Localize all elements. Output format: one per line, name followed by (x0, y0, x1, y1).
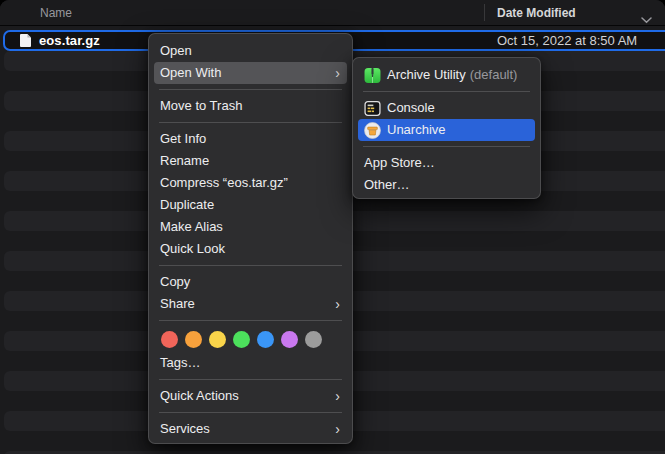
submenu-item-label: Other… (364, 174, 410, 196)
submenu-item-unarchive[interactable]: Unarchive (358, 119, 535, 141)
menu-item-label: Compress “eos.tar.gz” (160, 172, 288, 194)
tag-color-dot-6[interactable] (305, 331, 322, 348)
column-header-name[interactable]: Name (40, 6, 72, 20)
menu-item-rename[interactable]: Rename (154, 150, 347, 172)
open-with-submenu: Archive Utility (default) Console U (352, 57, 541, 199)
column-divider[interactable] (484, 4, 485, 21)
menu-item-label: Open With (160, 62, 221, 84)
menu-item-label: Make Alias (160, 216, 223, 238)
menu-item-duplicate[interactable]: Duplicate (154, 194, 347, 216)
menu-separator (363, 146, 530, 147)
menu-item-label: Tags… (160, 352, 200, 374)
menu-item-copy[interactable]: Copy (154, 271, 347, 293)
document-icon (20, 34, 31, 47)
menu-item-label: Quick Look (160, 238, 225, 260)
menu-item-get-info[interactable]: Get Info (154, 128, 347, 150)
menu-item-label: Get Info (160, 128, 206, 150)
tag-color-dot-3[interactable] (233, 331, 250, 348)
menu-item-label: Move to Trash (160, 95, 242, 117)
menu-item-share[interactable]: Share › (154, 293, 347, 315)
menu-item-quick-actions[interactable]: Quick Actions › (154, 385, 347, 407)
menu-item-label: Services (160, 418, 210, 440)
menu-item-compress[interactable]: Compress “eos.tar.gz” (154, 172, 347, 194)
submenu-item-other[interactable]: Other… (358, 174, 535, 196)
tag-color-dot-1[interactable] (185, 331, 202, 348)
menu-item-tags[interactable]: Tags… (154, 352, 347, 374)
submenu-item-label: App Store… (364, 152, 435, 174)
menu-separator (159, 320, 342, 321)
unarchive-icon (364, 122, 381, 139)
menu-item-label: Copy (160, 271, 190, 293)
submenu-item-label: Archive Utility (387, 64, 466, 86)
column-header-date-modified[interactable]: Date Modified (497, 6, 576, 20)
chevron-right-icon: › (335, 418, 340, 440)
archive-utility-icon (364, 67, 381, 84)
tag-dots (154, 326, 347, 352)
file-date-modified: Oct 15, 2022 at 8:50 AM (497, 33, 637, 48)
menu-item-label: Quick Actions (160, 385, 239, 407)
menu-separator (159, 412, 342, 413)
submenu-item-label: Unarchive (387, 119, 446, 141)
menu-item-label: Duplicate (160, 194, 214, 216)
tag-color-dot-5[interactable] (281, 331, 298, 348)
menu-separator (159, 89, 342, 90)
menu-item-label: Open (160, 40, 192, 62)
menu-item-open-with[interactable]: Open With › (154, 62, 347, 84)
menu-item-quick-look[interactable]: Quick Look (154, 238, 347, 260)
submenu-item-console[interactable]: Console (358, 97, 535, 119)
menu-item-move-to-trash[interactable]: Move to Trash (154, 95, 347, 117)
menu-separator (159, 379, 342, 380)
menu-item-label: Rename (160, 150, 209, 172)
submenu-item-app-store[interactable]: App Store… (358, 152, 535, 174)
list-header: Name Date Modified (0, 0, 665, 26)
sort-chevron-down-icon[interactable] (641, 10, 652, 28)
menu-item-make-alias[interactable]: Make Alias (154, 216, 347, 238)
default-suffix: (default) (470, 64, 518, 86)
file-name: eos.tar.gz (39, 33, 100, 48)
context-menu: Open Open With › Move to Trash Get Info … (148, 33, 353, 444)
finder-window: { "header": { "name_column": "Name", "da… (0, 0, 665, 454)
submenu-item-label: Console (387, 97, 435, 119)
menu-separator (159, 265, 342, 266)
tag-color-dot-2[interactable] (209, 331, 226, 348)
menu-separator (363, 91, 530, 92)
menu-item-services[interactable]: Services › (154, 418, 347, 440)
chevron-right-icon: › (335, 62, 340, 84)
menu-item-open[interactable]: Open (154, 40, 347, 62)
chevron-right-icon: › (335, 385, 340, 407)
tag-color-dot-0[interactable] (161, 331, 178, 348)
menu-separator (159, 122, 342, 123)
console-icon (364, 100, 381, 117)
menu-item-label: Share (160, 293, 195, 315)
tag-color-dot-4[interactable] (257, 331, 274, 348)
submenu-item-archive-utility[interactable]: Archive Utility (default) (358, 64, 535, 86)
chevron-right-icon: › (335, 293, 340, 315)
